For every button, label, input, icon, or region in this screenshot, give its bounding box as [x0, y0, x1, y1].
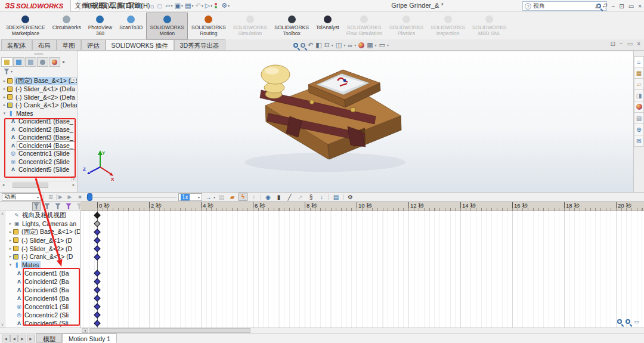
- motion-item-orientation-camera-views[interactable]: ✎视向及相机视图: [6, 211, 80, 220]
- display-style-icon[interactable]: ◫: [336, 41, 342, 49]
- view-settings-dropdown[interactable]: ▾: [387, 43, 389, 47]
- motion-study-1-tab[interactable]: Motion Study 1: [62, 333, 117, 343]
- key-diamond[interactable]: [94, 245, 100, 252]
- spring2-icon[interactable]: §: [306, 194, 315, 200]
- tab-evaluate[interactable]: 评估: [81, 39, 106, 50]
- menu-help[interactable]: 帮助(H): [124, 0, 133, 11]
- expand-icon[interactable]: ▸: [8, 230, 13, 234]
- expand-icon[interactable]: ▸: [8, 254, 13, 259]
- collapse-icon[interactable]: ▾: [8, 262, 13, 267]
- search-help-icon[interactable]: ?: [525, 3, 531, 10]
- scrollbar-thumb[interactable]: [89, 328, 250, 333]
- key-diamond[interactable]: [94, 279, 100, 285]
- help-icon[interactable]: ?: [604, 3, 608, 10]
- graphics-viewport[interactable]: Y X Z: [78, 51, 633, 192]
- key-diamond[interactable]: [94, 270, 100, 277]
- motion-item-crank[interactable]: ▸(-) Crank_&<1> (D: [6, 252, 80, 261]
- ribbon-solidworks-toolbox[interactable]: SOLIDWORKSToolbox: [271, 13, 312, 39]
- sw-resources-icon[interactable]: ⊕: [634, 124, 644, 135]
- previous-view-icon[interactable]: ↶: [308, 41, 313, 49]
- view-orientation-dropdown[interactable]: ▾: [332, 43, 333, 47]
- dimxpertmanager-tab[interactable]: [37, 57, 48, 67]
- expand-icon[interactable]: ▸: [2, 79, 7, 84]
- tabs-overflow-icon[interactable]: ▸: [63, 59, 65, 64]
- tab-solidworks-addins[interactable]: SOLIDWORKS 插件: [106, 39, 174, 50]
- zoom-area-icon[interactable]: [301, 43, 305, 48]
- scrollbar-thumb[interactable]: [13, 183, 48, 188]
- expand-icon[interactable]: ▸: [8, 221, 13, 226]
- timeline-zoom-fit-icon[interactable]: ▭: [634, 319, 639, 325]
- tree-item-slider-1[interactable]: ▸(-) Slider_&<1> (Defa: [0, 85, 77, 94]
- motor-icon[interactable]: ϟ: [239, 193, 247, 201]
- custom-properties-icon[interactable]: ▤: [634, 113, 644, 124]
- menu-file[interactable]: 文件(F): [70, 0, 79, 12]
- play-from-start-button[interactable]: ▶: [57, 194, 64, 200]
- key-diamond[interactable]: [94, 228, 100, 235]
- featuremanager-tab[interactable]: [1, 57, 13, 67]
- scrollbar-track[interactable]: [7, 182, 70, 189]
- key-diamond[interactable]: [94, 220, 100, 227]
- scroll-right-icon[interactable]: ▸: [70, 182, 77, 189]
- playback-mode-dropdown[interactable]: ▾: [213, 195, 215, 199]
- motion-item-slider-1[interactable]: ▸(-) Slider_&<1> (D: [6, 236, 80, 245]
- ribbon-solidworks-routing[interactable]: SOLIDWORKSRouting: [188, 13, 230, 39]
- home-icon[interactable]: ⌂: [148, 2, 156, 10]
- nav-next-icon[interactable]: ▶: [18, 335, 26, 342]
- animation-wizard-icon[interactable]: ▰: [228, 194, 237, 200]
- minimize-icon[interactable]: −: [611, 3, 615, 10]
- expand-icon[interactable]: ▸: [8, 238, 13, 243]
- nav-first-icon[interactable]: ◀: [2, 335, 10, 342]
- timeline-slider[interactable]: [86, 193, 177, 201]
- tree-mate-coincident4[interactable]: ΛCoincident4 (Base_: [0, 141, 77, 150]
- restore-icon[interactable]: ⊡: [619, 3, 624, 10]
- collapse-icon[interactable]: ▾: [2, 111, 7, 116]
- menu-insert[interactable]: 插入(I): [97, 0, 106, 11]
- scroll-down-icon[interactable]: ∨: [0, 322, 5, 327]
- calculate-button[interactable]: ⊞: [47, 194, 55, 200]
- key-diamond[interactable]: [94, 311, 100, 318]
- tab-3dxiuxiu-exporter[interactable]: 3D秀秀导出器: [174, 39, 225, 50]
- filter-selected-icon[interactable]: [64, 202, 73, 211]
- motion-mate-coincident5[interactable]: ΛCoincident5 (Sli: [6, 319, 80, 327]
- ribbon-scanto3d[interactable]: ScanTo3D: [116, 13, 146, 39]
- tree-mate-coincident2[interactable]: ΛCoincident2 (Base_: [0, 125, 77, 134]
- model-tab[interactable]: 模型: [36, 333, 62, 343]
- slider-handle[interactable]: [87, 193, 92, 201]
- tree-mate-coincident3[interactable]: ΛCoincident3 (Base_: [0, 134, 77, 142]
- timeline-ruler[interactable]: 0 秒 2 秒 4 秒 6 秒 8 秒 10 秒 12 秒 14 秒 16 秒 …: [80, 202, 644, 211]
- key-diamond[interactable]: [94, 320, 100, 326]
- motion-item-slider-2[interactable]: ▸(-) Slider_&<2> (D: [6, 245, 80, 253]
- gravity-icon[interactable]: ↓: [317, 194, 326, 200]
- hide-show-dropdown[interactable]: ▾: [354, 43, 356, 47]
- motion-item-mates[interactable]: ▾∥Mates: [6, 261, 80, 269]
- motion-mate-coincident4[interactable]: ΛCoincident4 (Ba: [6, 294, 80, 302]
- key-diamond[interactable]: [94, 212, 100, 218]
- view-palette-icon[interactable]: ◨: [634, 90, 644, 101]
- key-diamond[interactable]: [94, 254, 100, 260]
- view-settings-icon[interactable]: ▭: [379, 41, 385, 49]
- menu-tools[interactable]: 工具(T): [106, 0, 115, 11]
- zoom-fit-icon[interactable]: [293, 43, 298, 48]
- select-dropdown[interactable]: ▾: [210, 4, 212, 8]
- ribbon-photoview-360[interactable]: PhotoView360: [85, 13, 116, 39]
- ribbon-solidworks-motion[interactable]: SOLIDWORKSMotion: [146, 13, 188, 39]
- filter-animated-icon[interactable]: [43, 202, 51, 211]
- configurationmanager-tab[interactable]: [25, 57, 36, 67]
- key-diamond[interactable]: [94, 237, 100, 243]
- options-dropdown[interactable]: ▾: [228, 4, 230, 8]
- scene-icon[interactable]: ▦: [367, 41, 373, 49]
- scroll-up-icon[interactable]: ∧: [71, 77, 76, 82]
- key-diamond[interactable]: [94, 286, 100, 293]
- scroll-left-icon[interactable]: ◂: [0, 182, 7, 189]
- study-type-select[interactable]: 动画▾: [2, 193, 41, 201]
- ribbon-3dexperience-marketplace[interactable]: 3DEXPERIENCEMarketplace: [2, 13, 49, 39]
- scene-dropdown[interactable]: ▾: [375, 43, 377, 47]
- doc-close-icon[interactable]: ×: [637, 41, 640, 47]
- expand-icon[interactable]: ▸: [2, 95, 7, 100]
- tree-vertical-scrollbar[interactable]: ∧ ∨: [71, 77, 76, 181]
- tree-mate-coincident1[interactable]: ΛCoincident1 (Base_: [0, 118, 77, 126]
- tab-layout[interactable]: 布局: [32, 39, 57, 50]
- filter-driving-icon[interactable]: [54, 202, 62, 211]
- tree-mate-concentric1[interactable]: ◎Concentric1 (Slide: [0, 150, 77, 158]
- motion-study-properties-icon[interactable]: ⚙: [346, 194, 355, 200]
